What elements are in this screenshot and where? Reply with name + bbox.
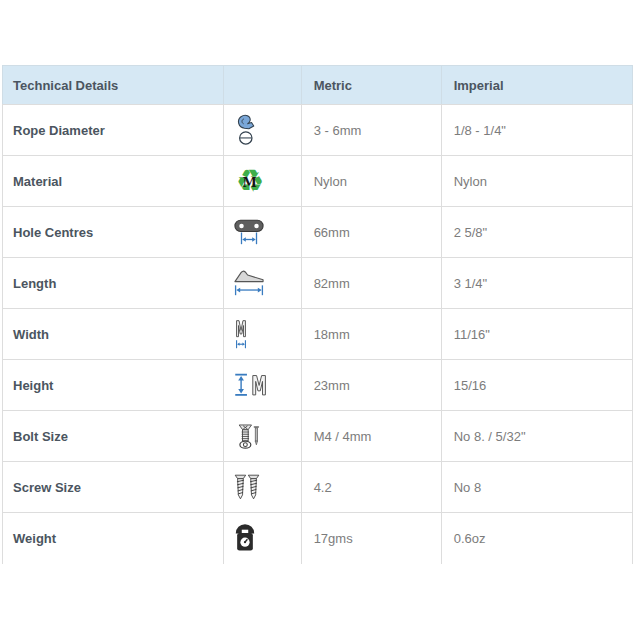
table-row-height: Height 23mm 15/16 (3, 360, 633, 411)
bolt-icon (223, 411, 301, 462)
table-row-length: Length 82mm 3 1/4" (3, 258, 633, 309)
metric-value: 82mm (301, 258, 441, 309)
width-icon (223, 309, 301, 360)
recycle-letter: M (243, 175, 257, 190)
table-row-bolt-size: Bolt Size M4 / 4mm (3, 411, 633, 462)
row-label: Height (3, 360, 224, 411)
height-icon (223, 360, 301, 411)
table-header: Technical Details Metric Imperial (3, 66, 633, 105)
metric-value: Nylon (301, 156, 441, 207)
column-header-imperial: Imperial (441, 66, 632, 105)
imperial-value: 2 5/8" (441, 207, 632, 258)
row-label: Rope Diameter (3, 105, 224, 156)
imperial-value: 1/8 - 1/4" (441, 105, 632, 156)
imperial-value: 0.6oz (441, 513, 632, 564)
table-row-rope-diameter: Rope Diameter 3 - 6mm 1/8 - 1/4" (3, 105, 633, 156)
screw-icon (223, 462, 301, 513)
imperial-value: Nylon (441, 156, 632, 207)
row-label: Material (3, 156, 224, 207)
metric-value: 23mm (301, 360, 441, 411)
length-icon (223, 258, 301, 309)
technical-details-table: Technical Details Metric Imperial Rope D… (2, 65, 633, 564)
imperial-value: 3 1/4" (441, 258, 632, 309)
row-label: Width (3, 309, 224, 360)
rope-diameter-icon (223, 105, 301, 156)
scale-icon (223, 513, 301, 564)
imperial-value: 15/16 (441, 360, 632, 411)
recycle-icon: ♻ M (223, 156, 301, 207)
imperial-value: 11/16" (441, 309, 632, 360)
table-row-weight: Weight 17gms 0.6oz (3, 513, 633, 564)
row-label: Weight (3, 513, 224, 564)
row-label: Length (3, 258, 224, 309)
table-row-material: Material ♻ M Nylon Nylon (3, 156, 633, 207)
table-row-hole-centres: Hole Centres 66mm 2 5/8" (3, 207, 633, 258)
row-label: Hole Centres (3, 207, 224, 258)
row-label: Screw Size (3, 462, 224, 513)
column-header-icon (223, 66, 301, 105)
column-header-technical-details: Technical Details (3, 66, 224, 105)
metric-value: 66mm (301, 207, 441, 258)
column-header-metric: Metric (301, 66, 441, 105)
metric-value: M4 / 4mm (301, 411, 441, 462)
imperial-value: No 8. / 5/32" (441, 411, 632, 462)
row-label: Bolt Size (3, 411, 224, 462)
metric-value: 18mm (301, 309, 441, 360)
hole-centres-icon (223, 207, 301, 258)
imperial-value: No 8 (441, 462, 632, 513)
table-row-width: Width 18mm 11/16" (3, 309, 633, 360)
metric-value: 4.2 (301, 462, 441, 513)
metric-value: 3 - 6mm (301, 105, 441, 156)
metric-value: 17gms (301, 513, 441, 564)
header-row: Technical Details Metric Imperial (3, 66, 633, 105)
table-row-screw-size: Screw Size (3, 462, 633, 513)
